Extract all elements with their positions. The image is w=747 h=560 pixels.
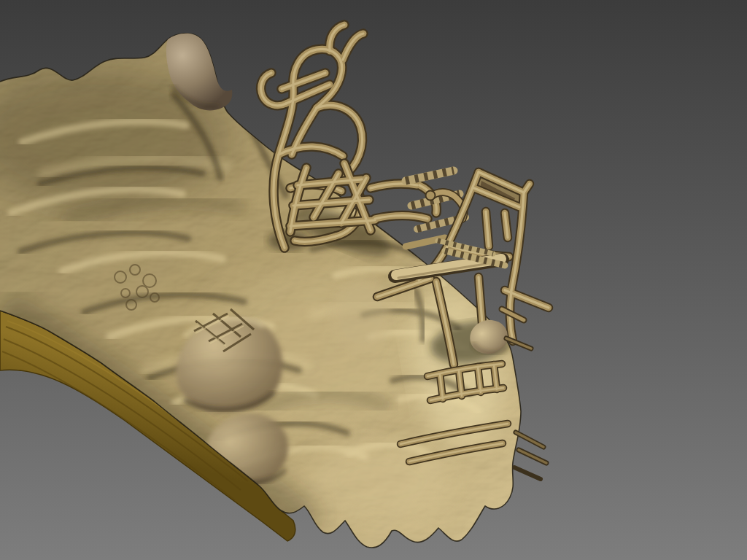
model-canvas[interactable]: [0, 0, 747, 560]
3d-viewport[interactable]: [0, 0, 747, 560]
